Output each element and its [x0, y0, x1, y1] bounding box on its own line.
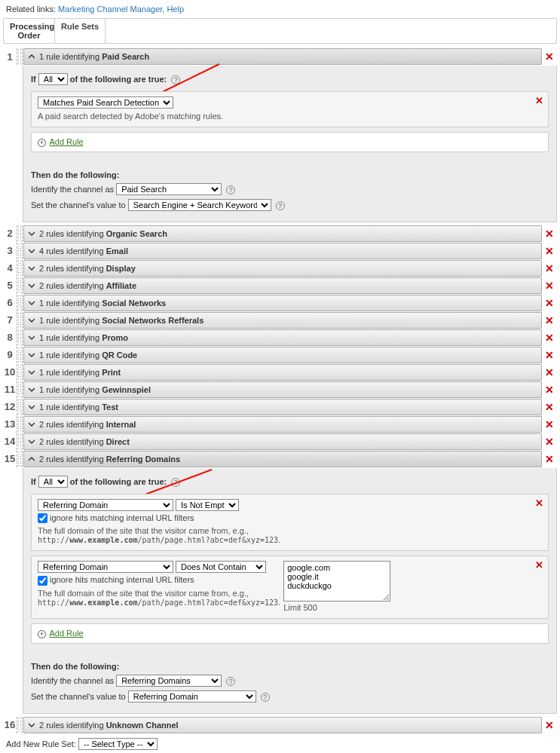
rule-header[interactable]: 1 rule identifying Promo — [23, 329, 542, 346]
rule-header[interactable]: 2 rules identifying Unknown Channel — [23, 717, 542, 733]
drag-handle[interactable] — [17, 399, 23, 415]
drag-handle[interactable] — [17, 295, 23, 311]
drag-handle[interactable] — [17, 329, 23, 346]
rule-number: 5 — [3, 277, 17, 294]
delete-rule-button[interactable]: ✕ — [542, 277, 557, 294]
drag-handle[interactable] — [17, 381, 23, 398]
rule-number: 9 — [3, 347, 17, 363]
rule-number: 14 — [3, 433, 17, 450]
help-icon[interactable]: ? — [171, 75, 180, 84]
rule-header[interactable]: 2 rules identifying Display — [23, 260, 542, 277]
delete-condition-button[interactable]: ✕ — [535, 497, 543, 509]
rule-header-referring-domains[interactable]: 2 rules identifying Referring Domains — [23, 451, 542, 467]
delete-condition-button[interactable]: ✕ — [535, 95, 543, 106]
rule-number: 16 — [3, 717, 17, 733]
rule-header[interactable]: 1 rule identifying Social Networks Reffe… — [23, 312, 542, 329]
ignore-internal-checkbox[interactable] — [38, 513, 47, 523]
drag-handle[interactable] — [17, 717, 23, 733]
rule-header-paid-search[interactable]: 1 rule identifying Paid Search — [23, 48, 542, 65]
chevron-down-icon — [29, 387, 35, 393]
link-marketing-channel-manager[interactable]: Marketing Channel Manager, — [58, 5, 164, 14]
delete-rule-button[interactable]: ✕ — [542, 451, 557, 467]
condition-operator-select[interactable]: Is Not Empty — [176, 499, 239, 511]
add-new-rule-set-label: Add New Rule Set: — [6, 739, 76, 748]
condition-operator-select[interactable]: Does Not Contain — [176, 561, 266, 573]
add-rule-link[interactable]: Add Rule — [49, 629, 83, 638]
condition-field-select[interactable]: Referring Domain — [38, 561, 173, 573]
delete-rule-button[interactable]: ✕ — [542, 433, 557, 450]
if-quantifier-select[interactable]: All — [38, 476, 68, 488]
chevron-down-icon — [29, 300, 35, 306]
if-quantifier-select[interactable]: All — [38, 73, 68, 85]
delete-rule-button[interactable]: ✕ — [542, 260, 557, 277]
tab-processing-order[interactable]: Processing Order — [4, 19, 55, 43]
rule-header[interactable]: 1 rule identifying Print — [23, 364, 542, 381]
add-new-rule-set-select[interactable]: -- Select Type -- — [78, 738, 158, 750]
help-icon[interactable]: ? — [226, 677, 235, 686]
delete-rule-button[interactable]: ✕ — [542, 717, 557, 733]
delete-rule-button[interactable]: ✕ — [542, 312, 557, 329]
drag-handle[interactable] — [17, 451, 23, 467]
chevron-down-icon — [29, 265, 35, 271]
rule-header[interactable]: 1 rule identifying Social Networks — [23, 295, 542, 311]
rule-header[interactable]: 2 rules identifying Affiliate — [23, 277, 542, 294]
delete-rule-button[interactable]: ✕ — [542, 347, 557, 363]
drag-handle[interactable] — [17, 243, 23, 259]
rule-header[interactable]: 2 rules identifying Internal — [23, 416, 542, 433]
rule-header[interactable]: 2 rules identifying Direct — [23, 433, 542, 450]
delete-rule-button[interactable]: ✕ — [542, 381, 557, 398]
chevron-up-icon — [29, 54, 35, 60]
drag-handle[interactable] — [17, 260, 23, 277]
rule-number: 11 — [3, 381, 17, 398]
delete-rule-button[interactable]: ✕ — [542, 243, 557, 259]
help-icon[interactable]: ? — [261, 693, 270, 702]
identify-channel-select[interactable]: Paid Search — [116, 183, 222, 195]
drag-handle[interactable] — [17, 433, 23, 450]
drag-handle[interactable] — [17, 364, 23, 381]
delete-rule-button[interactable]: ✕ — [542, 399, 557, 415]
tab-rule-sets[interactable]: Rule Sets — [55, 19, 106, 43]
rule-header[interactable]: 4 rules identifying Email — [23, 243, 542, 259]
chevron-down-icon — [29, 352, 35, 358]
chevron-down-icon — [29, 335, 35, 341]
tab-bar: Processing Order Rule Sets — [3, 18, 557, 44]
delete-rule-button[interactable]: ✕ — [542, 364, 557, 381]
link-help[interactable]: Help — [167, 5, 184, 14]
condition-value-textarea[interactable] — [283, 561, 390, 601]
rule-header[interactable]: 1 rule identifying Test — [23, 399, 542, 415]
rule-number: 12 — [3, 399, 17, 415]
related-links-label: Related links: — [6, 5, 56, 14]
drag-handle[interactable] — [17, 416, 23, 433]
set-value-select[interactable]: Search Engine + Search Keyword(s) — [128, 199, 271, 211]
ignore-internal-checkbox[interactable] — [38, 576, 47, 586]
delete-rule-button[interactable]: ✕ — [542, 295, 557, 311]
condition-field-select[interactable]: Referring Domain — [38, 499, 173, 511]
chevron-down-icon — [29, 231, 35, 237]
set-value-label: Set the channel's value to — [31, 692, 126, 701]
rule-header[interactable]: 1 rule identifying Gewinnspiel — [23, 381, 542, 398]
help-icon[interactable]: ? — [276, 201, 285, 210]
rule-number: 15 — [3, 451, 17, 467]
delete-rule-button[interactable]: ✕ — [542, 329, 557, 346]
drag-handle[interactable] — [17, 312, 23, 329]
drag-handle[interactable] — [17, 48, 23, 65]
condition-select[interactable]: Matches Paid Search Detection Rules — [38, 96, 173, 109]
delete-condition-button[interactable]: ✕ — [535, 559, 543, 571]
drag-handle[interactable] — [17, 277, 23, 294]
rule-header[interactable]: 1 rule identifying QR Code — [23, 347, 542, 363]
rule-number: 13 — [3, 416, 17, 433]
delete-rule-button[interactable]: ✕ — [542, 416, 557, 433]
drag-handle[interactable] — [17, 347, 23, 363]
delete-rule-button[interactable]: ✕ — [542, 48, 557, 65]
add-rule-link[interactable]: Add Rule — [49, 137, 83, 146]
rule-header[interactable]: 2 rules identifying Organic Search — [23, 225, 542, 242]
identify-channel-label: Identify the channel as — [31, 185, 114, 194]
help-icon[interactable]: ? — [171, 478, 180, 487]
delete-rule-button[interactable]: ✕ — [542, 225, 557, 242]
drag-handle[interactable] — [17, 225, 23, 242]
rule-number: 7 — [3, 312, 17, 329]
add-new-rule-set-row: Add New Rule Set: -- Select Type -- — [6, 738, 557, 750]
identify-channel-select[interactable]: Referring Domains — [116, 675, 222, 687]
set-value-select[interactable]: Referring Domain — [128, 690, 256, 702]
help-icon[interactable]: ? — [226, 185, 235, 194]
